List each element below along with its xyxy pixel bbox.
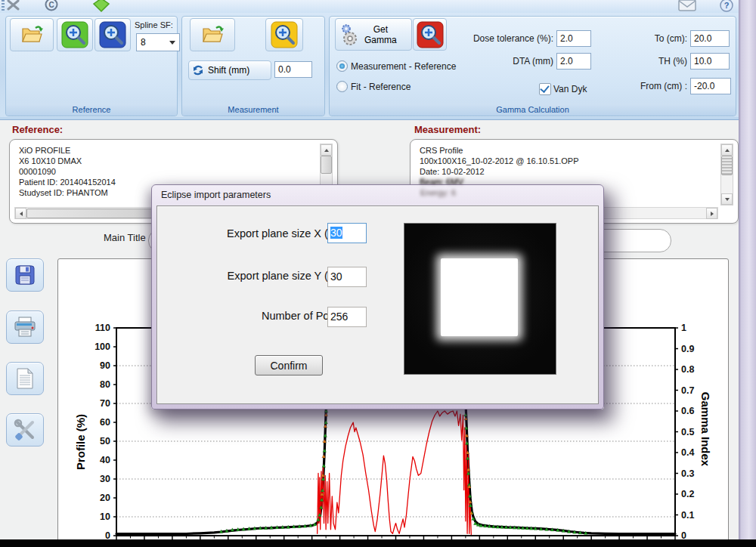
toolbar-grip — [2, 0, 5, 12]
wrench-icon[interactable] — [6, 0, 21, 12]
th-input[interactable]: 10.0 — [690, 53, 730, 70]
zoom-reference-green-button[interactable] — [57, 18, 93, 51]
from-label: From (cm) : — [609, 81, 687, 91]
zoom-measurement-button[interactable] — [265, 18, 303, 51]
measurement-text: CRS Profile100x100X16_10-02-2012 @ 16.10… — [420, 145, 579, 177]
svg-text:C: C — [48, 1, 54, 9]
glass-blur-text: Beam: 6MV — [420, 177, 463, 186]
svg-text:70: 70 — [100, 398, 110, 409]
radio-fit-reference-label: Fit - Reference — [351, 82, 411, 92]
green-diamond-icon[interactable] — [92, 0, 110, 13]
text-line: 00001090 — [19, 166, 116, 177]
get-gamma-label: Get Gamma — [364, 24, 397, 45]
scroll-down-arrow[interactable] — [721, 193, 733, 205]
scroll-up-arrow[interactable] — [721, 144, 733, 156]
export-x-label: Export plane size X (cm) — [172, 227, 346, 240]
shift-button[interactable]: Shift (mm) — [188, 60, 271, 80]
ribbon-group-measurement: Shift (mm) 0.0 Measurement — [181, 16, 325, 116]
zoom-gamma-button[interactable] — [413, 18, 447, 51]
text-line: X6 10X10 DMAX — [19, 156, 116, 166]
ribbon-group-reference: Spline SF: 8 Reference — [5, 16, 178, 116]
export-y-input[interactable]: 30 — [327, 267, 367, 287]
spline-sf-value: 8 — [141, 37, 146, 48]
eclipse-import-dialog[interactable]: Eclipse import parameters Export plane s… — [151, 184, 604, 409]
number-of-points-input[interactable]: 256 — [327, 307, 367, 327]
radio-fit-reference[interactable] — [336, 81, 348, 92]
open-folder-icon — [20, 25, 43, 45]
svg-text:0.7: 0.7 — [681, 385, 694, 396]
application-window: C ? — [0, 0, 756, 547]
settings-tools-button[interactable] — [6, 413, 44, 447]
text-line: 100x100X16_10-02-2012 @ 16.10.51.OPP — [420, 156, 579, 166]
svg-text:0.8: 0.8 — [681, 364, 694, 375]
gears-icon — [339, 23, 361, 47]
magnifier-blue-icon — [99, 21, 126, 48]
help-icon[interactable]: ? — [719, 0, 734, 13]
svg-text:80: 80 — [100, 379, 110, 390]
dta-label: DTA (mm) — [463, 56, 553, 66]
report-button[interactable] — [6, 362, 44, 395]
zoom-reference-blue-button[interactable] — [94, 18, 131, 51]
floppy-disk-icon — [14, 264, 36, 286]
spline-sf-select[interactable]: 8 — [136, 33, 180, 51]
text-line: CRS Profile — [420, 145, 579, 156]
window-right-border — [739, 0, 756, 539]
open-reference-button[interactable] — [10, 18, 54, 51]
scroll-right-arrow[interactable] — [706, 208, 717, 219]
dose-plane-preview-image — [404, 223, 556, 375]
group-caption-measurement: Measurement — [182, 104, 324, 116]
screen-bottom-bar — [0, 539, 756, 547]
mail-icon[interactable] — [678, 0, 698, 12]
svg-text:110: 110 — [95, 323, 110, 333]
from-input[interactable]: -20.0 — [690, 78, 731, 94]
about-icon[interactable]: C — [44, 0, 59, 13]
save-button[interactable] — [6, 258, 44, 292]
svg-text:0.3: 0.3 — [681, 468, 694, 479]
scroll-up-arrow[interactable] — [321, 144, 332, 156]
magnifier-yellow-icon — [271, 21, 298, 48]
dta-input[interactable]: 2.0 — [556, 53, 591, 70]
scrollbar-thumb[interactable] — [321, 156, 332, 174]
van-dyk-checkbox[interactable] — [539, 83, 551, 95]
get-gamma-button[interactable]: Get Gamma — [335, 18, 412, 51]
scrollbar-thumb[interactable] — [721, 156, 733, 175]
print-button[interactable] — [6, 311, 44, 344]
svg-text:?: ? — [724, 1, 730, 10]
svg-text:100: 100 — [94, 341, 110, 352]
dose-tolerance-input[interactable]: 2.0 — [556, 30, 591, 47]
shift-input[interactable]: 0.0 — [274, 61, 312, 78]
radio-measurement-reference[interactable] — [336, 60, 348, 72]
magnifier-green-icon — [61, 21, 88, 48]
reference-section-label: Reference: — [12, 124, 63, 135]
export-x-input[interactable]: 30 — [327, 223, 367, 243]
dialog-title: Eclipse import parameters — [161, 190, 271, 200]
text-line: Studyset ID: PHANTOM — [19, 187, 116, 198]
group-caption-reference: Reference — [6, 104, 177, 116]
main-title-label: Main Title — [104, 232, 146, 243]
group-caption-gamma-calculation: Gamma Calculation — [330, 104, 736, 116]
field-square — [441, 258, 518, 336]
right-axis-title: Gamma Index — [697, 376, 712, 482]
radio-measurement-reference-label: Measurement - Reference — [351, 61, 456, 72]
svg-text:90: 90 — [100, 360, 110, 371]
svg-text:0.9: 0.9 — [681, 344, 694, 354]
open-folder-icon — [201, 25, 224, 45]
open-measurement-button[interactable] — [190, 18, 235, 51]
scroll-left-arrow[interactable] — [15, 208, 26, 219]
measurement-vscrollbar[interactable] — [720, 144, 733, 206]
svg-text:20: 20 — [100, 493, 110, 503]
text-line: Patient ID: 201404152014 — [19, 177, 116, 187]
to-input[interactable]: 20.0 — [690, 30, 730, 47]
confirm-button[interactable]: Confirm — [255, 355, 323, 375]
svg-text:10: 10 — [100, 511, 110, 522]
dialog-body: Export plane size X (cm) 30 Export plane… — [156, 206, 599, 404]
glass-blur-text: Energy: 6 — [420, 188, 456, 197]
document-icon — [14, 367, 36, 390]
svg-text:0.1: 0.1 — [681, 510, 694, 521]
spline-sf-label: Spline SF: — [135, 20, 173, 29]
printer-icon — [13, 316, 37, 338]
scrollbar-thumb[interactable] — [26, 209, 164, 218]
left-axis-title: Profile (%) — [74, 389, 89, 495]
ribbon: Spline SF: 8 Reference — [0, 13, 739, 120]
th-label: TH (%) — [628, 56, 687, 66]
